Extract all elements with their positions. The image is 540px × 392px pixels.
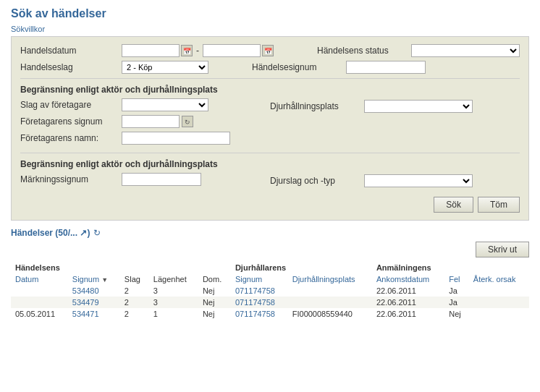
djurhallningsplats-sort-link[interactable]: Djurhållningsplats <box>292 275 355 284</box>
cell-ankomstdatum: 22.06.2011 <box>372 308 444 320</box>
ankomstdatum-sort-link[interactable]: Ankomstdatum <box>376 275 429 284</box>
cell-signum-link[interactable]: 534471 <box>72 310 99 318</box>
cell-fel: Ja <box>444 297 469 308</box>
col-datum[interactable]: Datum <box>11 273 68 285</box>
cell-dom: Nej <box>198 297 231 308</box>
markningssignum-row: Märkningssignum <box>20 173 270 186</box>
cell-signum-link[interactable]: 534479 <box>72 298 99 307</box>
tom-button[interactable]: Töm <box>478 197 520 213</box>
cell-dom: Nej <box>198 308 231 320</box>
signum-sort-link[interactable]: Signum ▼ <box>72 275 108 284</box>
handelseslag-select[interactable]: 2 - Köp 1 - Sälj 3 - Övrigt <box>122 61 208 74</box>
handelsens-group-header: Händelsens <box>11 262 231 273</box>
divider-1 <box>20 78 520 79</box>
slag-foretagare-select[interactable] <box>122 98 208 111</box>
col-dom: Dom. <box>198 273 231 285</box>
slag-foretagare-label: Slag av företagare <box>20 100 122 110</box>
calendar-to-icon[interactable]: 📅 <box>262 45 274 56</box>
foretagarens-namn-row: Företagarens namn: <box>20 132 270 145</box>
print-button[interactable]: Skriv ut <box>476 242 529 257</box>
foretagarens-signum-input[interactable] <box>122 115 180 128</box>
date-separator: - <box>196 46 199 56</box>
cell-lagenhet: 3 <box>149 285 198 297</box>
markningssignum-label: Märkningssignum <box>20 174 122 184</box>
markningssignum-input[interactable] <box>122 173 201 186</box>
anmalningens-group-header: Anmälningens <box>372 262 529 273</box>
table-row: 53448023Nej07117475822.06.2011Ja <box>11 285 529 297</box>
signum2-sort-link[interactable]: Signum <box>235 275 262 284</box>
cell-dom: Nej <box>198 285 231 297</box>
results-refresh-icon[interactable]: ↻ <box>93 228 104 238</box>
col-signum2[interactable]: Signum <box>231 273 288 285</box>
col-fel[interactable]: Fel <box>444 273 469 285</box>
handelsesignum-label: Händelsesignum <box>252 62 346 72</box>
djurhallningsplats-label: Djurhållningsplats <box>270 101 364 111</box>
handelseslag-row: Handelseslag 2 - Köp 1 - Sälj 3 - Övrigt… <box>20 61 520 74</box>
cell-dh-signum[interactable]: 071174758 <box>231 308 288 320</box>
datum-sort-link[interactable]: Datum <box>15 275 38 284</box>
handelseslag-label: Handelseslag <box>20 62 122 72</box>
begransning1-content: Slag av företagare Företagarens signum ↻… <box>20 98 520 148</box>
cell-dh-signum-link[interactable]: 071174758 <box>235 298 275 307</box>
cell-dh-plats <box>288 285 372 297</box>
col-slag: Slag <box>120 273 149 285</box>
cell-datum <box>11 297 68 308</box>
right-col-1: Djurhållningsplats <box>270 98 520 113</box>
left-col-1: Slag av företagare Företagarens signum ↻… <box>20 98 270 148</box>
handelsdatum-to-input[interactable] <box>203 44 261 57</box>
table-row: 53447923Nej07117475822.06.2011Ja <box>11 297 529 308</box>
handelsdatum-row: Handelsdatum 📅 - 📅 Händelsens status <box>20 44 520 57</box>
col-signum[interactable]: Signum ▼ <box>68 273 120 285</box>
signum-right-section: Händelsesignum <box>252 61 426 74</box>
results-title: Händelser (50/... ↗) <box>11 228 90 238</box>
cell-dh-plats: FI000008559440 <box>288 308 372 320</box>
page-container: Sök av händelser Sökvillkor Handelsdatum… <box>0 0 540 327</box>
cell-slag: 2 <box>120 285 149 297</box>
cell-dh-signum[interactable]: 071174758 <box>231 285 288 297</box>
cell-slag: 2 <box>120 308 149 320</box>
begransning2-content: Märkningssignum Djurslag och -typ <box>20 173 520 189</box>
cell-signum[interactable]: 534471 <box>68 308 120 320</box>
handelsens-status-label: Händelsens status <box>317 46 411 56</box>
aterk-orsak-sort-link[interactable]: Återk. orsak <box>473 275 516 284</box>
slag-foretagare-row: Slag av företagare <box>20 98 270 111</box>
cell-dh-signum-link[interactable]: 071174758 <box>235 310 275 318</box>
cell-fel: Ja <box>444 285 469 297</box>
cell-lagenhet: 3 <box>149 297 198 308</box>
status-right-section: Händelsens status <box>317 44 520 57</box>
table-row: 05.05.201153447121Nej071174758FI00000855… <box>11 308 529 320</box>
button-row: Sök Töm <box>20 197 520 213</box>
divider-2 <box>20 153 520 153</box>
handelsens-status-select[interactable] <box>411 44 520 57</box>
cell-ankomstdatum: 22.06.2011 <box>372 297 444 308</box>
results-title-paren: ↗) <box>80 228 90 238</box>
signum-sort-icon: ▼ <box>101 276 108 284</box>
djurhallarens-group-header: Djurhållarens <box>231 262 372 273</box>
cell-dh-signum[interactable]: 071174758 <box>231 297 288 308</box>
cell-lagenhet: 1 <box>149 308 198 320</box>
right-col-2: Djurslag och -typ <box>270 173 520 187</box>
cell-aterk-orsak <box>469 297 529 308</box>
handelsesignum-input[interactable] <box>346 61 426 74</box>
calendar-from-icon[interactable]: 📅 <box>181 45 193 56</box>
cell-ankomstdatum: 22.06.2011 <box>372 285 444 297</box>
djurslag-label: Djurslag och -typ <box>270 176 364 186</box>
col-djurhallningsplats[interactable]: Djurhållningsplats <box>288 273 372 285</box>
handelsdatum-from-input[interactable] <box>122 44 180 57</box>
fel-sort-link[interactable]: Fel <box>449 275 460 284</box>
cell-signum[interactable]: 534479 <box>68 297 120 308</box>
handelsdatum-label: Handelsdatum <box>20 46 122 56</box>
foretagarens-namn-input[interactable] <box>122 132 230 145</box>
cell-signum[interactable]: 534480 <box>68 285 120 297</box>
signum-refresh-icon[interactable]: ↻ <box>182 116 193 127</box>
results-tbody: 53448023Nej07117475822.06.2011Ja53447923… <box>11 285 529 320</box>
begransning1-title: Begränsning enligt aktör och djurhållnin… <box>20 85 520 95</box>
sok-button[interactable]: Sök <box>434 197 473 213</box>
cell-dh-signum-link[interactable]: 071174758 <box>235 286 275 295</box>
djurslag-select[interactable] <box>364 174 473 187</box>
col-ankomstdatum[interactable]: Ankomstdatum <box>372 273 444 285</box>
cell-aterk-orsak <box>469 308 529 320</box>
cell-signum-link[interactable]: 534480 <box>72 286 99 295</box>
djurhallningsplats-select[interactable] <box>364 100 473 113</box>
col-aterk-orsak[interactable]: Återk. orsak <box>469 273 529 285</box>
